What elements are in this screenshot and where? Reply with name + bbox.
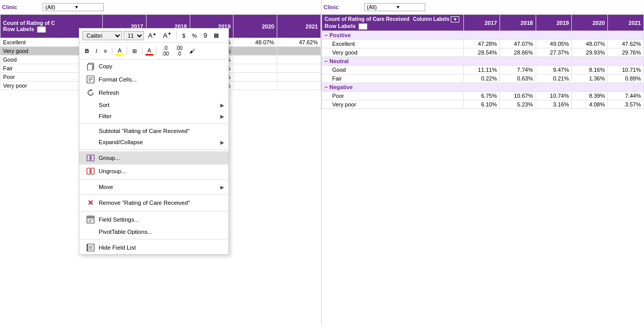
menu-item-remove[interactable]: ✕ Remove "Rating of Care Received" [79, 196, 228, 209]
ungroup-icon [85, 167, 96, 175]
group-negative-label: − Negative [322, 83, 644, 92]
table-row[interactable]: Poor 6.75% 10.67% 10.74% 8.39% 7.44% [322, 92, 644, 100]
left-year-2020: 2020 [233, 15, 277, 38]
menu-item-pivottable-options[interactable]: PivotTable Options... [79, 226, 228, 237]
font-size-select[interactable]: 11 [124, 31, 144, 40]
table-row[interactable]: Excellent 47.28% 47.07% 49.05% 48.07% 47… [322, 40, 644, 48]
context-menu[interactable]: Calibri 11 A▲ A▼ $ % 9 ▦ B I [79, 28, 229, 255]
toolbar-sep1 [177, 32, 177, 40]
menu-item-filter[interactable]: Filter ▶ [79, 111, 228, 122]
menu-item-ungroup[interactable]: Ungroup... [79, 165, 228, 178]
spreadsheet-area: Clinic (All) ▼ Count of Rating of C Row … [0, 0, 644, 325]
svg-rect-14 [87, 216, 94, 219]
field-settings-icon [85, 215, 96, 224]
right-pivot-table: Count of Rating of Care Received Column … [321, 14, 644, 109]
right-row-labels-filter-btn[interactable]: ▼ [359, 23, 367, 30]
percent-btn[interactable]: % [189, 32, 199, 40]
sort-submenu-arrow: ▶ [220, 102, 224, 108]
hide-field-list-label: Hide Field List [99, 245, 222, 251]
left-clinic-filter-row: Clinic (All) ▼ [0, 0, 321, 14]
group-neutral-label: − Neutral [322, 57, 644, 66]
pivottable-options-label: PivotTable Options... [99, 229, 222, 235]
menu-item-sort[interactable]: Sort ▶ [79, 99, 228, 111]
menu-divider-6 [79, 239, 228, 239]
right-row-excellent: Excellent [322, 40, 464, 48]
table-row[interactable]: Fair 0.22% 0.63% 0.21% 1.36% 0.89% [322, 74, 644, 83]
right-row-fair: Fair [322, 74, 464, 83]
menu-item-hide-field-list[interactable]: Hide Field List [79, 241, 228, 254]
move-submenu-arrow: ▶ [220, 184, 224, 190]
decimal-inc-btn[interactable]: .0.00 [159, 44, 171, 58]
bold-btn[interactable]: B [82, 47, 92, 55]
currency-btn[interactable]: $ [180, 32, 188, 40]
table-format-btn[interactable]: ▦ [211, 31, 221, 40]
format-cells-label: Format Cells... [99, 76, 222, 83]
toolbar-sep3 [127, 47, 127, 55]
menu-item-field-settings[interactable]: Field Settings... [79, 213, 228, 226]
italic-btn[interactable]: I [93, 47, 100, 55]
left-pivot: Clinic (All) ▼ Count of Rating of C Row … [0, 0, 321, 325]
table-row[interactable]: Very poor 6.10% 5.23% 3.16% 4.08% 3.57% [322, 100, 644, 109]
right-year-2021: 2021 [608, 15, 644, 31]
paint-format-btn[interactable]: 🖌 [187, 47, 197, 55]
font-color-btn[interactable]: A [145, 46, 154, 56]
right-row-poor: Poor [322, 92, 464, 100]
toolbar-sep2 [112, 47, 112, 55]
menu-item-expand-collapse[interactable]: Expand/Collapse ▶ [79, 137, 228, 148]
subtotal-label: Subtotal "Rating of Care Received" [99, 128, 222, 134]
left-row-labels-filter-btn[interactable]: ▼ [37, 26, 46, 33]
font-shrink-btn[interactable]: A▼ [161, 31, 174, 40]
decimal-dec-btn[interactable]: .00.0 [173, 44, 185, 58]
menu-divider-2 [79, 149, 228, 150]
copy-icon [85, 62, 96, 70]
right-year-2018: 2018 [500, 15, 536, 31]
right-clinic-label: Clinic [324, 4, 364, 10]
right-clinic-dropdown[interactable]: (All) ▼ [364, 3, 425, 11]
filter-label: Filter [99, 113, 222, 119]
expand-collapse-label: Expand/Collapse [99, 139, 222, 145]
right-row-very-good: Very good [322, 48, 464, 57]
move-label: Move [99, 184, 222, 190]
align-btn[interactable]: ≡ [101, 47, 109, 55]
group-row-neutral: − Neutral [322, 57, 644, 66]
menu-item-refresh[interactable]: Refresh [79, 86, 228, 99]
copy-label: Copy [99, 63, 222, 69]
left-clinic-dropdown[interactable]: (All) ▼ [43, 3, 104, 11]
menu-item-group[interactable]: Group... [79, 151, 228, 165]
filter-submenu-arrow: ▶ [220, 114, 224, 119]
menu-divider-5 [79, 211, 228, 211]
svg-rect-11 [91, 168, 94, 174]
right-clinic-dropdown-arrow: ▼ [396, 5, 423, 10]
group-row-positive: − Positive [322, 31, 644, 40]
right-pivot: Clinic (All) ▼ Count of Rating of Care R… [321, 0, 644, 325]
group-positive-label: − Positive [322, 31, 644, 40]
right-row-very-poor: Very poor [322, 100, 464, 109]
remove-icon: ✕ [85, 199, 96, 207]
svg-rect-7 [87, 155, 90, 161]
left-clinic-label: Clinic [2, 4, 43, 10]
menu-item-move[interactable]: Move ▶ [79, 181, 228, 193]
right-row-good: Good [322, 66, 464, 74]
menu-divider-3 [79, 179, 228, 180]
group-icon [85, 154, 96, 162]
right-header-row: Count of Rating of Care Received Column … [322, 15, 644, 31]
toolbar-sep4 [142, 47, 142, 55]
table-row[interactable]: Good 11.11% 7.74% 9.47% 8.16% 10.71% [322, 66, 644, 74]
font-grow-btn[interactable]: A▲ [145, 31, 159, 40]
menu-item-format-cells[interactable]: Format Cells... [79, 73, 228, 86]
table-row[interactable]: Very good 28.54% 28.66% 27.37% 29.93% 29… [322, 48, 644, 57]
toolbar-sep5 [156, 47, 157, 55]
right-year-2020: 2020 [572, 15, 608, 31]
font-family-select[interactable]: Calibri [82, 31, 122, 40]
highlight-color-btn[interactable]: A [115, 46, 124, 56]
expand-collapse-submenu-arrow: ▶ [220, 140, 224, 145]
menu-divider-1 [79, 123, 228, 124]
menu-item-subtotal[interactable]: Subtotal "Rating of Care Received" [79, 125, 228, 137]
sort-label: Sort [99, 102, 222, 108]
col-labels-dropdown-btn[interactable]: ▼ [451, 16, 459, 22]
group-row-negative: − Negative [322, 83, 644, 92]
left-clinic-dropdown-arrow: ▼ [74, 5, 101, 10]
comma-btn[interactable]: 9 [201, 31, 210, 40]
menu-item-copy[interactable]: Copy [79, 60, 228, 73]
border-btn[interactable]: ⊞ [130, 47, 139, 56]
